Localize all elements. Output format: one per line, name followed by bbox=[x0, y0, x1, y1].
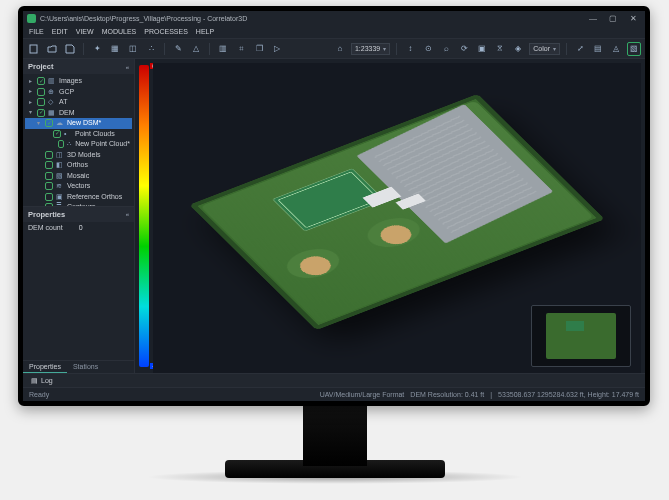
tree-checkbox[interactable] bbox=[37, 88, 45, 96]
tree-row[interactable]: ∴New Point Cloud* bbox=[25, 139, 132, 150]
box-zoom-icon[interactable]: ▣ bbox=[475, 42, 489, 56]
status-bar: Ready UAV/Medium/Large Format DEM Resolu… bbox=[23, 387, 645, 401]
expand-icon[interactable]: ⤢ bbox=[573, 42, 587, 56]
home-icon[interactable]: ⌂ bbox=[333, 42, 347, 56]
open-icon[interactable] bbox=[45, 42, 59, 56]
tree-node-icon: ⊕ bbox=[48, 87, 56, 98]
chevron-down-icon: ▾ bbox=[383, 45, 386, 52]
tab-log[interactable]: ▤Log bbox=[23, 377, 61, 385]
tree-row[interactable]: ▣Reference Orthos bbox=[25, 192, 132, 203]
pan-icon[interactable]: ↕ bbox=[403, 42, 417, 56]
status-mode: UAV/Medium/Large Format bbox=[320, 391, 405, 398]
property-name: DEM count bbox=[28, 224, 63, 231]
tab-stations[interactable]: Stations bbox=[67, 361, 104, 373]
tree-toggle-icon[interactable]: ▸ bbox=[27, 98, 34, 107]
menu-help[interactable]: HELP bbox=[196, 28, 214, 35]
collapse-icon[interactable]: « bbox=[126, 64, 129, 70]
left-panel: Project « ▸✓▥Images▸⊕GCP▸◇AT▾✓▦DEM▾✓☁New… bbox=[23, 59, 135, 373]
hourglass-icon[interactable]: ⧖ bbox=[493, 42, 507, 56]
menu-view[interactable]: VIEW bbox=[76, 28, 94, 35]
minimap[interactable] bbox=[531, 305, 631, 367]
tree-checkbox[interactable]: ✓ bbox=[53, 130, 61, 138]
center-icon[interactable]: ⊙ bbox=[421, 42, 435, 56]
tree-row[interactable]: ▸◇AT bbox=[25, 97, 132, 108]
extents-icon[interactable]: ⌗ bbox=[234, 42, 248, 56]
tree-checkbox[interactable] bbox=[45, 182, 53, 190]
tree-node-icon: ☁ bbox=[56, 118, 64, 129]
dsm-icon[interactable]: ▦ bbox=[108, 42, 122, 56]
menu-processes[interactable]: PROCESSES bbox=[144, 28, 188, 35]
tree-row[interactable]: ▸⊕GCP bbox=[25, 87, 132, 98]
window-close-button[interactable]: ✕ bbox=[625, 13, 641, 23]
tree-checkbox[interactable] bbox=[58, 140, 64, 148]
tree-toggle-icon[interactable]: ▸ bbox=[27, 77, 34, 86]
tree-node-label: Reference Orthos bbox=[67, 192, 122, 203]
colormode-select[interactable]: Color▾ bbox=[529, 43, 560, 55]
tree-row[interactable]: ✓•Point Clouds bbox=[25, 129, 132, 140]
properties-body: DEM count 0 bbox=[23, 222, 134, 233]
tree-toggle-icon[interactable]: ▾ bbox=[27, 108, 34, 117]
aerial-triangulation-icon[interactable]: ✦ bbox=[90, 42, 104, 56]
tree-row[interactable]: ≋Vectors bbox=[25, 181, 132, 192]
tree-node-icon: ∴ bbox=[67, 139, 72, 150]
process-icon[interactable]: ◫ bbox=[126, 42, 140, 56]
menu-modules[interactable]: MODULES bbox=[102, 28, 137, 35]
tree-checkbox[interactable]: ✓ bbox=[37, 109, 45, 117]
toolbar-separator bbox=[209, 43, 210, 55]
tree-node-label: Orthos bbox=[67, 160, 88, 171]
tree-node-icon: • bbox=[64, 129, 72, 140]
tree-toggle-icon[interactable]: ▾ bbox=[35, 119, 42, 128]
scale-select[interactable]: 1:23339▾ bbox=[351, 43, 390, 55]
tree-row[interactable]: ◫3D Models bbox=[25, 150, 132, 161]
window-maximize-button[interactable]: ▢ bbox=[605, 13, 621, 23]
tree-checkbox[interactable] bbox=[45, 151, 53, 159]
tree-node-icon: ▧ bbox=[56, 171, 64, 182]
grid-icon[interactable]: ▥ bbox=[216, 42, 230, 56]
tree-checkbox[interactable] bbox=[45, 172, 53, 180]
triangles-icon[interactable]: ◬ bbox=[609, 42, 623, 56]
3d-viewport[interactable] bbox=[153, 63, 641, 373]
bottom-tabs: ▤Log bbox=[23, 373, 645, 387]
monitor-stand-neck bbox=[303, 406, 367, 466]
tree-node-icon: ◫ bbox=[56, 150, 64, 161]
tree-checkbox[interactable] bbox=[45, 193, 53, 201]
point-cloud-icon[interactable]: ∴ bbox=[144, 42, 158, 56]
new-icon[interactable] bbox=[27, 42, 41, 56]
play-icon[interactable]: ▷ bbox=[270, 42, 284, 56]
output-icon[interactable]: ▧ bbox=[627, 42, 641, 56]
cube-icon[interactable]: ❒ bbox=[252, 42, 266, 56]
project-tree[interactable]: ▸✓▥Images▸⊕GCP▸◇AT▾✓▦DEM▾✓☁New DSM* ✓•Po… bbox=[23, 74, 134, 206]
log-icon: ▤ bbox=[31, 377, 38, 385]
zoom-icon[interactable]: ⌕ bbox=[439, 42, 453, 56]
svg-rect-0 bbox=[30, 45, 37, 53]
tree-node-icon: ▦ bbox=[48, 108, 56, 119]
collapse-icon[interactable]: « bbox=[126, 211, 129, 217]
tree-toggle-icon[interactable]: ▸ bbox=[27, 87, 34, 96]
tree-row[interactable]: ▾✓☁New DSM* bbox=[25, 118, 132, 129]
tree-row[interactable]: ◧Orthos bbox=[25, 160, 132, 171]
rotate-icon[interactable]: ⟳ bbox=[457, 42, 471, 56]
side-tabs: Properties Stations bbox=[23, 360, 134, 373]
diamond-icon[interactable]: ◈ bbox=[511, 42, 525, 56]
tree-checkbox[interactable]: ✓ bbox=[45, 119, 53, 127]
properties-header: Properties « bbox=[23, 207, 134, 222]
tree-row[interactable]: ▾✓▦DEM bbox=[25, 108, 132, 119]
window-minimize-button[interactable]: — bbox=[585, 13, 601, 23]
edit-icon[interactable]: ✎ bbox=[171, 42, 185, 56]
tree-row[interactable]: ▸✓▥Images bbox=[25, 76, 132, 87]
chevron-down-icon: ▾ bbox=[553, 45, 556, 52]
tree-checkbox[interactable] bbox=[45, 161, 53, 169]
tree-checkbox[interactable] bbox=[37, 98, 45, 106]
tree-checkbox[interactable]: ✓ bbox=[37, 77, 45, 85]
save-icon[interactable] bbox=[63, 42, 77, 56]
viewport-wrap bbox=[151, 59, 645, 373]
project-panel-header: Project « bbox=[23, 59, 134, 74]
layers-icon[interactable]: ▤ bbox=[591, 42, 605, 56]
menu-file[interactable]: FILE bbox=[29, 28, 44, 35]
menu-edit[interactable]: EDIT bbox=[52, 28, 68, 35]
toolbar-separator bbox=[396, 43, 397, 55]
tab-properties[interactable]: Properties bbox=[23, 361, 67, 373]
monitor-bezel: C:\Users\anis\Desktop\Progress_Village\P… bbox=[18, 6, 650, 406]
select-icon[interactable]: △ bbox=[189, 42, 203, 56]
tree-row[interactable]: ▧Mosaic bbox=[25, 171, 132, 182]
